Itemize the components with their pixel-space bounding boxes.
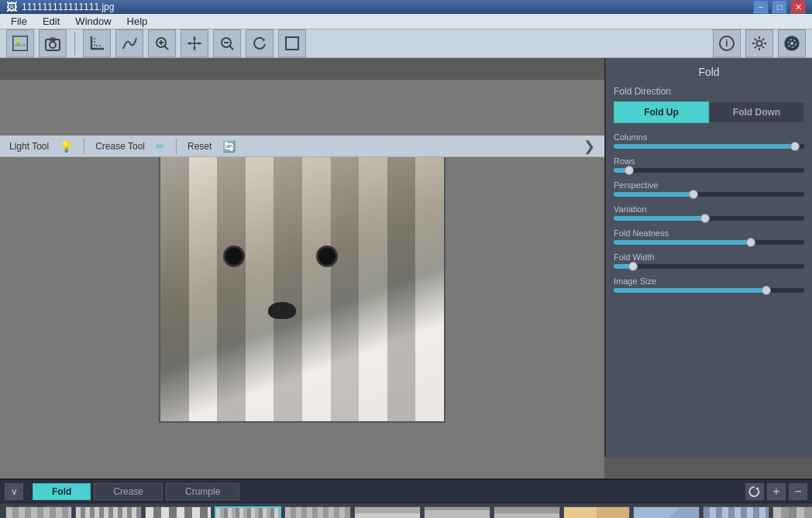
light-tool-label: Light Tool [9,141,49,152]
remove-button[interactable]: − [789,483,807,500]
tabs-row: ∨ Fold Crease Crumple + − [0,480,812,503]
tab-fold[interactable]: Fold [33,483,91,500]
menu-edit[interactable]: Edit [36,14,66,29]
svg-marker-11 [193,47,196,50]
thumb-fold-19-blue[interactable]: Fold 19 Blue Shadow [702,506,770,518]
columns-slider-row: Columns [614,132,804,149]
canvas-image [159,136,446,423]
fullscreen-button[interactable] [278,29,306,57]
svg-rect-1 [13,36,27,50]
thumb-fold-14[interactable]: Fold 14 [353,506,421,518]
effect-button[interactable] [778,29,806,57]
thumb-img-3 [215,506,281,518]
fold-up-button[interactable]: Fold Up [614,101,709,123]
add-button[interactable]: + [767,483,786,500]
fold-down-button[interactable]: Fold Down [709,101,804,123]
expand-button[interactable]: ∨ [5,483,23,500]
minimize-button[interactable]: − [753,0,769,14]
perspective-track[interactable] [614,192,804,197]
image-size-thumb[interactable] [762,286,771,295]
columns-thumb[interactable] [790,142,800,151]
crease-tool-label: Crease Tool [95,141,145,152]
menu-help[interactable]: Help [121,14,154,29]
thumb-fold-12[interactable]: Fold 12 [214,506,282,518]
thumb-fold-13[interactable]: Fold 13 [284,506,352,518]
toolbar2-sep2 [176,139,177,154]
thumb-img-10 [703,506,769,518]
image-size-track[interactable] [614,288,804,293]
settings-button[interactable] [745,29,773,57]
menu-window[interactable]: Window [69,14,117,29]
thumb-fold-16[interactable]: Fold 16 [493,506,561,518]
refresh-button[interactable] [745,483,764,500]
main-toolbar: i [0,29,812,58]
variation-track[interactable] [614,216,804,221]
window-controls: − □ ✕ [753,0,806,14]
crease-tool-icon[interactable]: ✏ [156,140,165,153]
image-tool-button[interactable] [6,29,34,57]
thumb-img-6 [424,506,490,518]
svg-marker-13 [198,42,201,45]
svg-rect-19 [288,39,296,47]
reset-icon[interactable]: 🔄 [222,140,236,153]
tab-controls: + − [745,483,807,500]
thumb-fold-15[interactable]: Fold 15 [423,506,491,518]
thumb-fold-11[interactable]: Fold 11 [144,506,212,518]
thumbnails-row: Fold 10 Fold 11 CreaseTool Fold 11 Fold … [0,503,812,518]
rows-slider-row: Rows [614,156,804,173]
thumb-fold-17[interactable]: Fold 17 Orange Light [563,506,631,518]
perspective-thumb[interactable] [689,190,698,199]
bottom-bar: ∨ Fold Crease Crumple + − Fold 10 Fold 1… [0,479,812,518]
thumb-img-2 [145,506,212,518]
fold-direction-buttons: Fold Up Fold Down [614,101,804,123]
rotate-tool-button[interactable] [246,29,274,57]
crop-tool-button[interactable] [83,29,111,57]
thumb-fold-11-crease[interactable]: Fold 11 CreaseTool [74,506,143,518]
fold-width-label: Fold Width [614,252,804,262]
zoom-out-button[interactable] [213,29,241,57]
thumb-fold-18[interactable]: Fold 18 Blue Lights [632,506,700,518]
svg-point-2 [15,39,19,43]
columns-track[interactable] [614,144,804,149]
close-button[interactable]: ✕ [790,0,806,14]
variation-thumb[interactable] [700,214,710,223]
right-panel: Fold Fold Direction Fold Up Fold Down Co… [604,58,812,457]
tab-crumple[interactable]: Crumple [166,483,239,500]
thumb-fold-19[interactable]: Fold 19 [772,506,812,518]
svg-text:i: i [725,38,728,49]
info-button[interactable]: i [713,29,741,57]
mid-section: Light Tool 💡 Crease Tool ✏ Reset 🔄 ❯ [0,58,812,479]
light-tool-icon[interactable]: 💡 [60,140,73,153]
fold-width-thumb[interactable] [628,262,638,271]
thumb-img-0 [5,506,72,518]
svg-marker-10 [193,36,196,39]
tab-crease[interactable]: Crease [94,483,163,500]
fold-neatness-thumb[interactable] [746,238,755,247]
camera-tool-button[interactable] [39,29,67,57]
zoom-in-button[interactable] [148,29,176,57]
thumb-fold-10[interactable]: Fold 10 [5,506,73,518]
thumb-img-8 [563,506,630,518]
perspective-slider-row: Perspective [614,180,804,197]
titlebar: 🖼 111111111111111.jpg − □ ✕ [0,0,812,14]
fold-neatness-label: Fold Neatness [614,228,804,238]
move-tool-button[interactable] [181,29,208,57]
fold-neatness-slider-row: Fold Neatness [614,228,804,245]
rows-thumb[interactable] [624,166,634,175]
variation-slider-row: Variation [614,204,804,221]
fold-width-track[interactable] [614,264,804,269]
columns-fill [614,144,795,149]
maximize-button[interactable]: □ [772,0,787,14]
menu-file[interactable]: File [5,14,33,29]
title-text: 111111111111111.jpg [22,2,114,12]
rows-track[interactable] [614,168,804,173]
perspective-fill [614,192,693,197]
curve-tool-button[interactable] [115,29,143,57]
fold-neatness-fill [614,240,751,245]
panel-title: Fold [614,66,804,78]
svg-line-16 [230,46,234,50]
menubar: File Edit Window Help [0,14,812,29]
rows-label: Rows [614,156,804,166]
fold-neatness-track[interactable] [614,240,804,245]
nav-arrow-right[interactable]: ❯ [583,139,595,154]
